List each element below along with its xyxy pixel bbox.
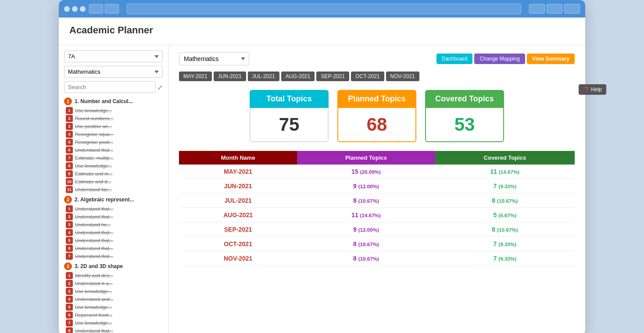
dashboard-button[interactable]: Dashboard	[436, 54, 473, 64]
list-item[interactable]: 2Understand π a...	[64, 280, 163, 287]
item-num-badge: 4	[66, 296, 73, 303]
list-item[interactable]: 2Understand that...	[64, 213, 163, 220]
data-table: Month Name Planned Topics Covered Topics…	[179, 151, 575, 266]
help-button[interactable]: ❓ Help	[579, 84, 606, 95]
item-num-badge: 8	[66, 162, 73, 169]
col-header-covered: Covered Topics	[435, 151, 575, 165]
covered-topics-header: Covered Topics	[425, 90, 504, 108]
list-item[interactable]: 4Understand that...	[64, 229, 163, 236]
td-month: SEP-2021	[179, 222, 297, 237]
month-tab[interactable]: OCT-2021	[351, 72, 384, 81]
item-text: Understand and...	[75, 297, 113, 302]
subject-select-sidebar[interactable]: Mathematics Science	[64, 66, 163, 78]
list-item[interactable]: 7Estimate, multip...	[64, 154, 163, 161]
list-item[interactable]: 6Understand that...	[64, 245, 163, 252]
subject-select-main[interactable]: Mathematics Science	[179, 52, 249, 65]
item-text: Estimate, multip...	[75, 155, 113, 161]
list-item[interactable]: 7Understand that...	[64, 253, 163, 260]
month-tab[interactable]: JUN-2021	[214, 72, 246, 81]
month-tab[interactable]: NOV-2021	[386, 72, 419, 81]
item-text: Round numbers...	[75, 116, 113, 121]
topic-group: 22. Algebraic represent...1Understand th…	[64, 196, 163, 260]
search-row: ⤢	[64, 81, 163, 93]
item-text: Use knowledge...	[75, 163, 112, 168]
page-title: Academic Planner	[69, 25, 575, 36]
topic-group-header: 33. 2D and 3D shape	[64, 262, 163, 270]
list-item[interactable]: 1Identify and des...	[64, 272, 163, 279]
list-item[interactable]: 10Estimate and d...	[64, 178, 163, 185]
list-item[interactable]: 2Round numbers...	[64, 115, 163, 122]
list-item[interactable]: 3Use positive an...	[64, 123, 163, 130]
item-num-badge: 2	[66, 280, 73, 287]
table-row: MAY-2021 15 (20.00%) 11 (14.67%)	[179, 165, 575, 179]
browser-dot-3	[80, 6, 86, 12]
item-num-badge: 1	[66, 107, 73, 114]
list-item[interactable]: 1Understand that...	[64, 205, 163, 212]
help-button-container: ❓ Help	[579, 84, 606, 95]
change-mapping-button[interactable]: Change Mapping	[474, 54, 525, 64]
browser-nav-btn-1[interactable]	[89, 4, 103, 14]
browser-action-buttons	[529, 4, 580, 14]
table-row: JUL-2021 8 (10.67%) 8 (10.67%)	[179, 193, 575, 208]
covered-topics-box: Covered Topics 53	[425, 90, 504, 142]
month-tab[interactable]: SEP-2021	[316, 72, 349, 81]
covered-topics-value: 53	[425, 108, 504, 142]
browser-action-btn-2[interactable]	[547, 4, 562, 14]
browser-dot-2	[72, 6, 78, 12]
total-topics-value: 75	[250, 108, 329, 142]
list-item[interactable]: 5Understand that...	[64, 237, 163, 244]
list-item[interactable]: 3Use knowledge...	[64, 288, 163, 295]
item-text: Use positive an...	[75, 124, 112, 129]
table-row: AUG-2021 11 (14.67%) 5 (6.67%)	[179, 208, 575, 222]
month-tab[interactable]: MAY-2021	[179, 72, 212, 81]
list-item[interactable]: 9Estimate and m...	[64, 170, 163, 177]
list-item[interactable]: 8Understand that...	[64, 327, 163, 333]
list-item[interactable]: 1Use knowledge...	[64, 107, 163, 114]
item-text: Understand fac...	[75, 187, 112, 192]
td-month: MAY-2021	[179, 165, 297, 179]
browser-window: Academic Planner 7A 7B Mathematics Scien…	[59, 0, 585, 333]
app-header: Academic Planner	[59, 18, 585, 45]
list-item[interactable]: 4Understand and...	[64, 296, 163, 303]
search-input[interactable]	[64, 81, 156, 93]
list-item[interactable]: 8Use knowledge...	[64, 162, 163, 169]
search-expand-button[interactable]: ⤢	[157, 84, 163, 91]
list-item[interactable]: 4Recognise squa...	[64, 131, 163, 138]
item-num-badge: 3	[66, 221, 73, 228]
class-select[interactable]: 7A 7B	[64, 50, 163, 62]
view-summary-button[interactable]: View Summary	[527, 54, 575, 64]
list-item[interactable]: 5Use knowledge...	[64, 304, 163, 311]
list-item[interactable]: 6Understand that...	[64, 147, 163, 154]
item-num-badge: 7	[66, 154, 73, 161]
item-num-badge: 3	[66, 288, 73, 295]
topic-group: 11. Number and Calcul...1Use knowledge..…	[64, 97, 163, 193]
item-num-badge: 6	[66, 245, 73, 252]
list-item[interactable]: 5Recognise posit...	[64, 139, 163, 146]
item-text: Understand that...	[75, 230, 113, 235]
item-text: Understand that...	[75, 246, 113, 251]
browser-nav-btn-2[interactable]	[105, 4, 119, 14]
item-text: Use knowledge...	[75, 108, 112, 113]
td-month: AUG-2021	[179, 208, 297, 222]
browser-action-btn-1[interactable]	[529, 4, 545, 14]
list-item[interactable]: 6Represent front...	[64, 312, 163, 319]
browser-action-btn-3[interactable]	[564, 4, 580, 14]
top-controls: Mathematics Science Dashboard Change Map…	[179, 52, 575, 65]
item-text: Understand that...	[75, 206, 113, 211]
month-tab[interactable]: JUL-2021	[248, 72, 279, 81]
list-item[interactable]: 3Understand ho...	[64, 221, 163, 228]
td-covered: 8 (10.67%)	[435, 193, 575, 208]
app-content: Academic Planner 7A 7B Mathematics Scien…	[59, 18, 585, 333]
browser-address-bar[interactable]	[127, 4, 521, 14]
group-title: 2. Algebraic represent...	[75, 197, 134, 203]
group-num-badge: 3	[64, 262, 72, 270]
planned-topics-value: 68	[337, 108, 416, 142]
td-covered: 11 (14.67%)	[435, 165, 575, 179]
td-month: JUN-2021	[179, 179, 297, 193]
month-tab[interactable]: AUG-2021	[281, 72, 315, 81]
subject-select-wrap: Mathematics Science	[179, 52, 249, 65]
browser-dot-1	[64, 6, 70, 12]
list-item[interactable]: 7Use knowledge...	[64, 319, 163, 326]
list-item[interactable]: 11Understand fac...	[64, 186, 163, 193]
item-text: Understand that...	[75, 147, 113, 153]
